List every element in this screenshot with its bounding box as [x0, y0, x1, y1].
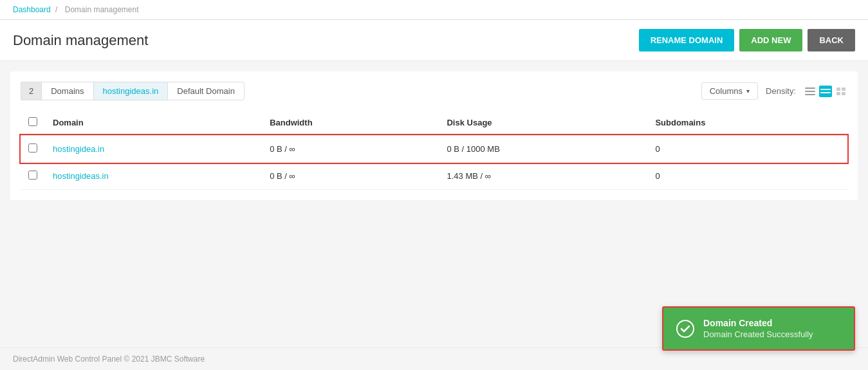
toolbar: 2 Domains hostingideas.in Default Domain… — [21, 82, 847, 100]
table-row: hostingideas.in 0 B / ∞ 1.43 MB / ∞ 0 — [21, 163, 847, 190]
row-checkbox-1[interactable] — [28, 171, 37, 180]
toast-success-icon — [676, 320, 694, 338]
header-buttons: RENAME DOMAIN ADD NEW BACK — [639, 29, 855, 51]
col-header-bandwidth: Bandwidth — [262, 111, 439, 135]
bandwidth-cell-0: 0 B / ∞ — [262, 135, 439, 163]
density-icons — [804, 86, 847, 97]
table-row: hostingidea.in 0 B / ∞ 0 B / 1000 MB 0 — [21, 135, 847, 163]
tab-default-domain[interactable]: Default Domain — [167, 82, 245, 100]
density-label: Density: — [766, 86, 796, 96]
select-all-checkbox[interactable] — [28, 117, 37, 126]
page-header: Domain management RENAME DOMAIN ADD NEW … — [0, 20, 868, 61]
subdomains-cell-1: 0 — [647, 163, 847, 190]
disk-usage-cell-1: 1.43 MB / ∞ — [439, 163, 647, 190]
toast-title: Domain Created — [703, 318, 813, 328]
breadcrumb: Dashboard / Domain management — [13, 5, 855, 14]
breadcrumb-current: Domain management — [65, 5, 139, 14]
tab-all-domains[interactable]: Domains — [41, 82, 93, 100]
domain-link-0[interactable]: hostingidea.in — [53, 144, 104, 154]
density-medium-icon[interactable] — [819, 86, 832, 97]
disk-usage-cell-0: 0 B / 1000 MB — [439, 135, 647, 163]
bandwidth-cell-1: 0 B / ∞ — [262, 163, 439, 190]
domains-table: Domain Bandwidth Disk Usage Subdomains h… — [21, 111, 847, 190]
footer-text: DirectAdmin Web Control Panel © 2021 JBM… — [13, 355, 205, 364]
add-new-button[interactable]: ADD NEW — [739, 29, 802, 51]
col-header-domain: Domain — [45, 111, 262, 135]
tab-hostingideas[interactable]: hostingideas.in — [93, 82, 168, 100]
domain-link-1[interactable]: hostingideas.in — [53, 171, 109, 181]
breadcrumb-separator: / — [55, 5, 57, 14]
rename-domain-button[interactable]: RENAME DOMAIN — [639, 29, 735, 51]
density-grid-icon[interactable] — [835, 86, 847, 97]
chevron-down-icon: ▾ — [746, 88, 750, 95]
toast-message: Domain Created Successfully — [703, 329, 813, 339]
density-compact-icon[interactable] — [804, 86, 817, 97]
tab-count: 2 — [21, 82, 41, 100]
footer: DirectAdmin Web Control Panel © 2021 JBM… — [0, 347, 868, 370]
toolbar-right: Columns ▾ Density: — [701, 82, 847, 100]
col-header-subdomains: Subdomains — [647, 111, 847, 135]
page-title: Domain management — [13, 32, 148, 49]
tabs-container: 2 Domains hostingideas.in Default Domain — [21, 82, 245, 100]
columns-button[interactable]: Columns ▾ — [701, 82, 758, 100]
columns-label: Columns — [710, 86, 743, 96]
row-checkbox-0[interactable] — [28, 143, 37, 153]
toast-content: Domain Created Domain Created Successful… — [703, 318, 813, 339]
col-header-disk-usage: Disk Usage — [439, 111, 647, 135]
subdomains-cell-0: 0 — [647, 135, 847, 163]
toast-notification: Domain Created Domain Created Successful… — [662, 306, 855, 351]
back-button[interactable]: BACK — [808, 29, 855, 51]
content-area: 2 Domains hostingideas.in Default Domain… — [10, 71, 858, 200]
breadcrumb-dashboard[interactable]: Dashboard — [13, 5, 51, 14]
